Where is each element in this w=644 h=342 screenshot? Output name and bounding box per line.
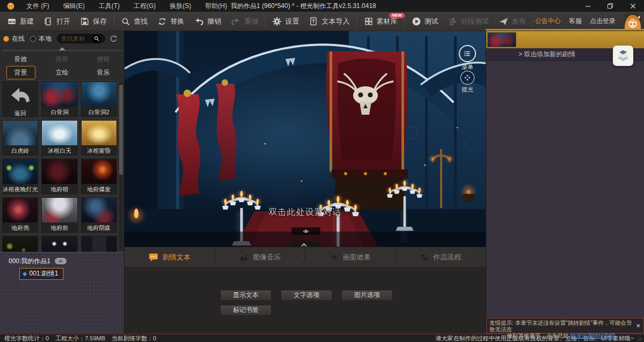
asset-panel: 在线 本地	[0, 31, 125, 333]
publish-button[interactable]: 发布	[494, 12, 531, 31]
menu-skin[interactable]: 换肤(S)	[163, 0, 198, 12]
settings-button[interactable]: 设置	[267, 12, 304, 31]
text-import-button[interactable]: 文本导入	[304, 12, 354, 31]
scene-canvas[interactable]: 双击此处设置对话 菜单	[125, 31, 486, 247]
show-text-button[interactable]: 显示文本	[220, 290, 272, 301]
lanquang-button[interactable]: 揽光	[459, 71, 476, 94]
replace-button[interactable]: 替换	[152, 12, 189, 31]
outline-body[interactable]	[486, 61, 644, 318]
tab-work-flow[interactable]: 作品流程	[396, 247, 486, 267]
thumbnail-bingguan-baitian[interactable]: 冰棺白天	[40, 119, 78, 157]
undo-button[interactable]: 撤销	[189, 12, 226, 31]
open-label: 打开	[56, 17, 70, 26]
thumbnail-image	[82, 198, 116, 222]
menu-edit[interactable]: 编辑(E)	[56, 0, 92, 12]
thumbnail-image	[42, 236, 77, 252]
find-button[interactable]: 查找	[116, 12, 152, 31]
text-options-button[interactable]: 文字选项	[281, 290, 332, 301]
save-button[interactable]: 保存	[75, 12, 112, 31]
thumbnail-bingguan-yewan[interactable]: 冰棺夜晚灯光	[1, 158, 39, 195]
tree-item-plot1[interactable]: ◆ 001:剧情1	[19, 268, 63, 280]
thumbnail-scrollbar[interactable]	[119, 81, 123, 250]
thumbnail-bingguan-huanghun[interactable]: 冰棺黄昏	[80, 119, 118, 157]
scrollbar-thumb[interactable]	[119, 85, 123, 175]
tab-buttons[interactable]: 按钮	[90, 53, 118, 65]
tip-close-icon[interactable]: ×	[636, 322, 640, 329]
preview-eye-button[interactable]	[291, 227, 320, 235]
tab-sound-effects[interactable]: 音效	[7, 53, 35, 65]
thumbnail-baigudong2[interactable]: 白骨洞2	[80, 80, 118, 118]
tab-label: 作品流程	[433, 252, 461, 262]
online-label: 在线	[12, 34, 25, 43]
thumbnail-partial[interactable]	[80, 235, 118, 252]
dialog-hint-text[interactable]: 双击此处设置对话	[269, 207, 342, 218]
thumbnail-difu-yinsen[interactable]: 地府阴森	[80, 196, 118, 234]
tab-screen-effects[interactable]: 画面效果	[305, 247, 396, 267]
tree-root-label[interactable]: 000:我的作品1	[9, 257, 50, 266]
restore-button[interactable]	[599, 0, 621, 12]
panel-collapse-handle[interactable]	[0, 46, 124, 53]
search-submit-button[interactable]	[92, 35, 100, 43]
chevron-up-icon	[301, 243, 306, 247]
thumbnail-image	[3, 121, 38, 145]
menu-help[interactable]: 帮助(H)	[198, 0, 234, 12]
customer-service-link[interactable]: 客服	[569, 17, 582, 26]
tab-image-music[interactable]: 图像音乐	[215, 247, 305, 267]
effects-star-icon	[330, 253, 339, 262]
tab-label: 图像音乐	[253, 252, 281, 262]
menu-tools[interactable]: 工具(T)	[92, 0, 127, 12]
redo-button[interactable]: 重做	[226, 12, 263, 31]
close-button[interactable]	[621, 0, 644, 12]
open-icon	[43, 17, 53, 26]
refresh-button[interactable]	[109, 34, 118, 43]
source-online-radio[interactable]: 在线	[3, 34, 25, 43]
test-button[interactable]: 测试	[407, 12, 443, 31]
thumbnail-baihuling[interactable]: 白虎岭	[1, 119, 39, 157]
login-link[interactable]: 点击登录	[590, 17, 616, 26]
main-toolbar: NEW 新建 打开 保存 查找	[0, 12, 644, 31]
tab-portraits[interactable]: 立绘	[48, 66, 76, 79]
resize-grip-icon[interactable]	[636, 336, 641, 340]
source-local-radio[interactable]: 本地	[30, 34, 52, 43]
user-avatar[interactable]	[624, 13, 642, 29]
tree-collapse-button[interactable]	[55, 258, 67, 264]
search-input[interactable]	[61, 35, 92, 42]
bookmark-button[interactable]: 标记书签	[220, 305, 272, 316]
thumbnail-difu-liang[interactable]: 地府亮	[1, 196, 39, 234]
title-bar: 文件 (F) 编辑(E) 工具(T) 工程(G) 换肤(S) 帮助(H) 我的作…	[0, 0, 644, 12]
thumbnail-difu-qian[interactable]: 地府前	[40, 196, 78, 234]
tab-voice[interactable]: 语音	[48, 53, 76, 65]
material-library-button[interactable]: 素材库 NEW	[359, 12, 402, 31]
menu-project[interactable]: 工程(G)	[127, 0, 163, 12]
tab-plot-text[interactable]: 剧情文本	[125, 247, 215, 267]
quick-tool-button[interactable]	[613, 46, 633, 66]
new-button[interactable]: NEW 新建	[2, 12, 39, 31]
segment-test-button[interactable]: 分段测试	[443, 12, 494, 31]
back-button[interactable]: 返回	[1, 80, 39, 118]
redo-icon	[231, 17, 241, 26]
thumbnail-difu-baofa[interactable]: 地府爆发	[80, 158, 118, 195]
announcement-center-link[interactable]: 公告中心	[535, 17, 561, 26]
image-options-button[interactable]: 图片选项	[341, 290, 393, 301]
quick-jump-link[interactable]: 快速设置跳转剧情	[570, 332, 616, 339]
thumbnail-partial[interactable]	[40, 235, 78, 252]
game-menu-button[interactable]: 菜单	[457, 45, 478, 71]
thumbnail-image	[82, 159, 116, 184]
thumbnail-image	[3, 198, 38, 222]
menu-file[interactable]: 文件 (F)	[19, 0, 56, 12]
thumbnail-difu-an[interactable]: 地府暗	[40, 158, 78, 195]
tab-background[interactable]: 背景	[6, 66, 35, 79]
thumbnail-baigudong[interactable]: 白骨洞	[40, 80, 78, 118]
panel-pull-handle[interactable]	[288, 241, 323, 247]
search-icon	[94, 36, 99, 41]
thumbnail-partial[interactable]	[1, 235, 39, 252]
minimize-button[interactable]	[576, 0, 599, 12]
app-window: 文件 (F) 编辑(E) 工具(T) 工程(G) 换肤(S) 帮助(H) 我的作…	[0, 0, 644, 342]
tab-music[interactable]: 音乐	[90, 66, 118, 79]
paper-plane-icon	[499, 17, 509, 26]
project-size-stat: 工程大小：7.59MB	[55, 334, 105, 342]
thumbnail-image	[82, 82, 116, 107]
menu-button-label: 菜单	[457, 63, 478, 71]
open-button[interactable]: 打开	[39, 12, 75, 31]
back-arrow-icon	[8, 85, 33, 104]
